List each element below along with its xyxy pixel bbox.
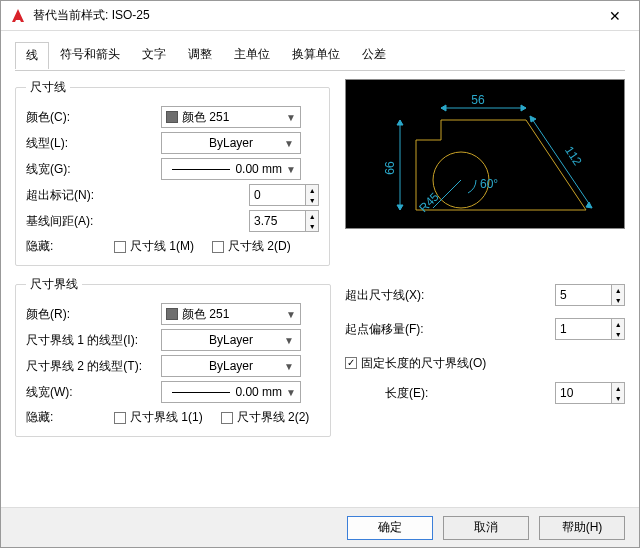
label-extline-lineweight: 线宽(W): — [26, 384, 161, 401]
group-extension-line: 尺寸界线 颜色(R): 颜色 251 ▼ 尺寸界线 1 的线型(I): — [15, 276, 331, 437]
chevron-down-icon: ▼ — [286, 112, 296, 123]
cancel-button[interactable]: 取消 — [443, 516, 529, 540]
checkmark-icon: ✓ — [345, 357, 357, 369]
checkbox-dimline2[interactable]: 尺寸线 2(D) — [212, 238, 291, 255]
chevron-down-icon: ▼ — [284, 335, 294, 346]
checkbox-extline2[interactable]: 尺寸界线 2(2) — [221, 409, 310, 426]
svg-text:56: 56 — [471, 93, 485, 107]
spin-down-icon[interactable]: ▼ — [306, 221, 318, 231]
input-baseline-spacing[interactable] — [250, 211, 305, 231]
dialog-window: 替代当前样式: ISO-25 ✕ 线 符号和箭头 文字 调整 主单位 换算单位 … — [0, 0, 640, 548]
group-dimension-line: 尺寸线 颜色(C): 颜色 251 ▼ 线型(L): ByL — [15, 79, 330, 266]
label-extend-mark: 超出标记(N): — [26, 187, 161, 204]
color-swatch-icon — [166, 111, 178, 123]
input-fixed-length[interactable] — [556, 383, 611, 403]
content: 线 符号和箭头 文字 调整 主单位 换算单位 公差 尺寸线 颜色(C): 颜色 … — [1, 31, 639, 507]
svg-text:R45: R45 — [416, 189, 442, 215]
chevron-down-icon: ▼ — [286, 164, 296, 175]
svg-text:60°: 60° — [480, 177, 498, 191]
checkbox-fixed-length[interactable]: ✓ 固定长度的尺寸界线(O) — [345, 355, 486, 372]
svg-text:66: 66 — [383, 161, 397, 175]
ok-button[interactable]: 确定 — [347, 516, 433, 540]
input-origin-offset[interactable] — [556, 319, 611, 339]
tab-divider — [15, 70, 625, 71]
label-beyond-dimline: 超出尺寸线(X): — [345, 287, 465, 304]
spinner-beyond-dimline[interactable]: ▲▼ — [555, 284, 625, 306]
group-extension-line-legend: 尺寸界线 — [26, 276, 82, 293]
tab-primary-units[interactable]: 主单位 — [223, 41, 281, 68]
app-icon — [9, 7, 27, 25]
select-dimline-linetype-text: ByLayer — [166, 136, 296, 150]
label-dimline-linetype: 线型(L): — [26, 135, 161, 152]
select-extline2-linetype[interactable]: ByLayer ▼ — [161, 355, 301, 377]
button-bar: 确定 取消 帮助(H) — [1, 507, 639, 547]
svg-text:112: 112 — [562, 144, 585, 169]
color-swatch-icon — [166, 308, 178, 320]
group-dimension-line-legend: 尺寸线 — [26, 79, 70, 96]
spin-down-icon[interactable]: ▼ — [612, 329, 624, 339]
select-dimline-color[interactable]: 颜色 251 ▼ — [161, 106, 301, 128]
label-dimline-lineweight: 线宽(G): — [26, 161, 161, 178]
spin-down-icon[interactable]: ▼ — [612, 295, 624, 305]
select-extline1-linetype[interactable]: ByLayer ▼ — [161, 329, 301, 351]
spinner-fixed-length[interactable]: ▲▼ — [555, 382, 625, 404]
checkbox-dimline1[interactable]: 尺寸线 1(M) — [114, 238, 194, 255]
help-button[interactable]: 帮助(H) — [539, 516, 625, 540]
input-extend-mark[interactable] — [250, 185, 305, 205]
spin-up-icon[interactable]: ▲ — [306, 185, 318, 195]
tabs: 线 符号和箭头 文字 调整 主单位 换算单位 公差 — [15, 41, 625, 68]
spin-up-icon[interactable]: ▲ — [612, 285, 624, 295]
chevron-down-icon: ▼ — [286, 387, 296, 398]
select-dimline-linetype[interactable]: ByLayer ▼ — [161, 132, 301, 154]
spinner-extend-mark[interactable]: ▲▼ — [249, 184, 319, 206]
tab-alt-units[interactable]: 换算单位 — [281, 41, 351, 68]
select-dimline-lineweight-text: 0.00 mm — [166, 162, 286, 176]
titlebar: 替代当前样式: ISO-25 ✕ — [1, 1, 639, 31]
chevron-down-icon: ▼ — [284, 361, 294, 372]
spin-up-icon[interactable]: ▲ — [306, 211, 318, 221]
label-hide2: 隐藏: — [26, 409, 96, 426]
spin-down-icon[interactable]: ▼ — [306, 195, 318, 205]
chevron-down-icon: ▼ — [284, 138, 294, 149]
close-button[interactable]: ✕ — [595, 2, 635, 30]
tab-text[interactable]: 文字 — [131, 41, 177, 68]
select-dimline-color-text: 颜色 251 — [182, 109, 286, 126]
label-hide: 隐藏: — [26, 238, 96, 255]
label-extline-color: 颜色(R): — [26, 306, 161, 323]
window-title: 替代当前样式: ISO-25 — [33, 7, 595, 24]
label-baseline-spacing: 基线间距(A): — [26, 213, 161, 230]
select-extline-lineweight[interactable]: 0.00 mm ▼ — [161, 381, 301, 403]
label-fixed-length: 长度(E): — [385, 385, 465, 402]
tab-line[interactable]: 线 — [15, 42, 49, 69]
spinner-baseline-spacing[interactable]: ▲▼ — [249, 210, 319, 232]
label-origin-offset: 起点偏移量(F): — [345, 321, 465, 338]
label-extline1-linetype: 尺寸界线 1 的线型(I): — [26, 332, 161, 349]
preview-pane: 56 66 112 R45 60° — [345, 79, 625, 229]
spin-up-icon[interactable]: ▲ — [612, 319, 624, 329]
chevron-down-icon: ▼ — [286, 309, 296, 320]
select-dimline-lineweight[interactable]: 0.00 mm ▼ — [161, 158, 301, 180]
tab-arrows[interactable]: 符号和箭头 — [49, 41, 131, 68]
spinner-origin-offset[interactable]: ▲▼ — [555, 318, 625, 340]
spin-up-icon[interactable]: ▲ — [612, 383, 624, 393]
tab-fit[interactable]: 调整 — [177, 41, 223, 68]
input-beyond-dimline[interactable] — [556, 285, 611, 305]
select-extline-color[interactable]: 颜色 251 ▼ — [161, 303, 301, 325]
label-dimline-color: 颜色(C): — [26, 109, 161, 126]
tab-tolerance[interactable]: 公差 — [351, 41, 397, 68]
checkbox-extline1[interactable]: 尺寸界线 1(1) — [114, 409, 203, 426]
spin-down-icon[interactable]: ▼ — [612, 393, 624, 403]
svg-line-3 — [530, 116, 592, 208]
label-extline2-linetype: 尺寸界线 2 的线型(T): — [26, 358, 161, 375]
